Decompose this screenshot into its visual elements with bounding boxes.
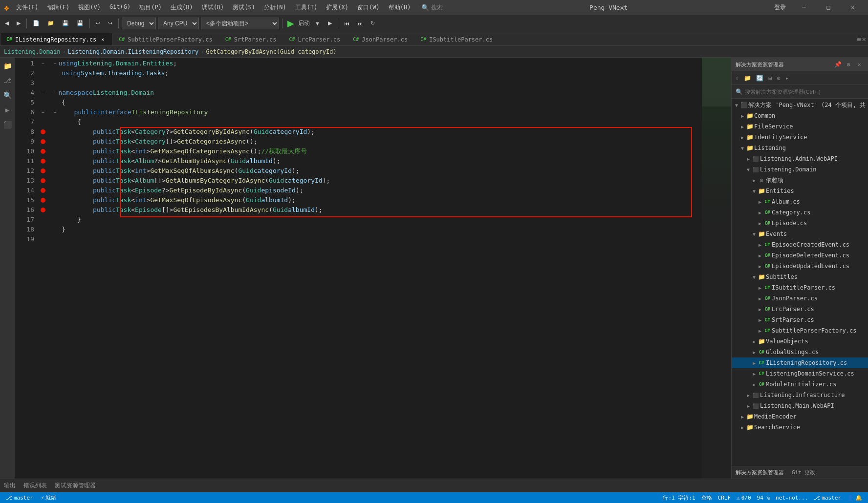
menu-test[interactable]: 测试(S): [229, 2, 259, 13]
menu-debug[interactable]: 调试(D): [198, 2, 228, 13]
activity-solution-explorer[interactable]: 📁: [1, 60, 14, 72]
menu-tools[interactable]: 工具(T): [291, 2, 322, 13]
expand-1[interactable]: −: [54, 59, 56, 68]
status-master[interactable]: ⎇ master: [812, 494, 843, 502]
activity-search[interactable]: 🔍: [1, 89, 14, 102]
solution-toolbar-btn5[interactable]: ⚙: [775, 74, 782, 83]
tree-item-album[interactable]: ▶ C# Album.cs: [732, 196, 868, 207]
start-dropdown[interactable]: ▼: [312, 17, 323, 30]
tree-item-searchservice[interactable]: ▶ 📁 SearchService: [732, 422, 868, 433]
status-icon-area[interactable]: 👤 🔔: [845, 494, 864, 502]
solution-toolbar-btn4[interactable]: ⊞: [766, 74, 774, 83]
restore-btn[interactable]: □: [817, 0, 840, 15]
toolbar-step2[interactable]: ⏭: [354, 17, 366, 30]
tree-item-listening-admin[interactable]: ▶ ⬛ Listening.Admin.WebAPI: [732, 153, 868, 164]
tree-item-srtparser[interactable]: ▶ C# SrtParser.cs: [732, 314, 868, 325]
menu-project[interactable]: 项目(P): [135, 2, 166, 13]
activity-extensions[interactable]: ⬛: [1, 118, 14, 131]
tree-item-globalusings[interactable]: ▶ C# GlobalUsings.cs: [732, 347, 868, 357]
menu-edit[interactable]: 编辑(E): [43, 2, 74, 13]
menu-help[interactable]: 帮助(H): [385, 2, 415, 13]
status-spaces[interactable]: 空格: [699, 494, 714, 502]
solution-toolbar-btn1[interactable]: ⇧: [734, 74, 741, 83]
tree-item-episode-updated[interactable]: ▶ C# EpisodeUpdatedEvent.cs: [732, 261, 868, 272]
toolbar-nav-back[interactable]: ◀: [2, 17, 12, 30]
status-git[interactable]: ⎇ master: [4, 495, 35, 501]
tab-subtitle-parser-factory[interactable]: C# SubtitleParserFactory.cs: [112, 33, 218, 45]
tree-item-events[interactable]: ▼ 📁 Events: [732, 229, 868, 239]
debug-config-select[interactable]: Debug: [122, 18, 156, 29]
tree-item-common[interactable]: ▶ 📁 Common: [732, 110, 868, 121]
tree-item-entities[interactable]: ▼ 📁 Entities: [732, 186, 868, 196]
menu-extensions[interactable]: 扩展(X): [322, 2, 352, 13]
menu-file[interactable]: 文件(F): [12, 2, 43, 13]
menu-analyze[interactable]: 分析(N): [260, 2, 290, 13]
toolbar-step3[interactable]: ↻: [368, 17, 378, 30]
tree-item-listening-main[interactable]: ▶ ⬛ Listening.Main.WebAPI: [732, 400, 868, 411]
status-ready[interactable]: ⚡ 就绪: [39, 494, 59, 502]
toolbar-save-all[interactable]: 💾: [74, 17, 87, 30]
code-content[interactable]: − using Listening.Domain.Entities; using…: [48, 58, 702, 479]
toolbar-open[interactable]: 📁: [44, 17, 57, 30]
menu-window[interactable]: 窗口(W): [353, 2, 384, 13]
solution-explorer-tab[interactable]: 解决方案资源管理器: [736, 469, 784, 476]
expand-4[interactable]: −: [54, 88, 56, 98]
output-tab[interactable]: 输出: [4, 480, 16, 492]
start-btn[interactable]: ▶: [285, 18, 296, 29]
git-changes-tab[interactable]: Git 更改: [792, 469, 816, 476]
login-btn[interactable]: 登录: [774, 3, 786, 12]
solution-root[interactable]: ▼ ⬛ 解决方案 'Peng-VNext' (24 个项目, 共 2: [732, 100, 868, 110]
menu-view[interactable]: 视图(V): [74, 2, 105, 13]
solution-toolbar-btn6[interactable]: ▸: [783, 74, 791, 83]
status-net[interactable]: net-not...: [774, 494, 810, 502]
tab-lrc-parser[interactable]: C# LrcParser.cs: [282, 33, 347, 45]
platform-select[interactable]: Any CPU: [158, 18, 199, 29]
minimize-btn[interactable]: ─: [793, 0, 815, 15]
tree-item-isubtitle[interactable]: ▶ C# ISubtitleParser.cs: [732, 282, 868, 293]
code-editor[interactable]: 1 2 3 4 5 6 7 8 9 10 11 12 13 14 15 16 1…: [15, 58, 731, 479]
status-encoding[interactable]: CRLF: [716, 494, 733, 502]
solution-toolbar-btn3[interactable]: 🔄: [754, 74, 765, 83]
solution-toolbar-btn2[interactable]: 📁: [742, 74, 753, 83]
startup-project-select[interactable]: <多个启动项目>: [201, 18, 279, 29]
tree-item-subtitlefactory[interactable]: ▶ C# SubtitleParserFactory.cs: [732, 325, 868, 336]
tree-item-module-init[interactable]: ▶ C# ModuleInitializer.cs: [732, 379, 868, 390]
panel-close-btn[interactable]: ✕: [854, 60, 864, 69]
solution-search-input[interactable]: [745, 89, 864, 95]
toolbar-attach[interactable]: ▶: [325, 17, 335, 30]
status-errors[interactable]: ⚠ 0/0: [735, 494, 753, 502]
toolbar-undo[interactable]: ↩: [93, 17, 103, 30]
expand-6[interactable]: −: [54, 107, 56, 117]
error-list-tab[interactable]: 错误列表: [23, 480, 47, 492]
tab-json-parser[interactable]: C# JsonParser.cs: [347, 33, 414, 45]
toolbar-nav-forward[interactable]: ▶: [14, 17, 23, 30]
tree-item-episode-created[interactable]: ▶ C# EpisodeCreatedEvent.cs: [732, 239, 868, 250]
tree-item-dependencies[interactable]: ▶ ⚙ 依赖项: [732, 175, 868, 186]
search-placeholder[interactable]: 搜索: [431, 3, 443, 12]
tree-item-valueobjects[interactable]: ▶ 📁 ValueObjects: [732, 336, 868, 347]
toolbar-new[interactable]: 📄: [30, 17, 43, 30]
toolbar-save[interactable]: 💾: [59, 17, 72, 30]
tree-item-mediaencoder[interactable]: ▶ 📁 MediaEncoder: [732, 411, 868, 422]
tree-item-episode[interactable]: ▶ C# Episode.cs: [732, 218, 868, 229]
tree-item-listening[interactable]: ▼ 📁 Listening: [732, 143, 868, 153]
toolbar-step1[interactable]: ⏮: [341, 17, 352, 30]
tab-close-all-btn[interactable]: ✕: [862, 35, 866, 43]
test-explorer-tab[interactable]: 测试资源管理器: [55, 480, 96, 492]
tree-item-identityservice[interactable]: ▶ 📁 IdentityService: [732, 132, 868, 143]
tab-list-btn[interactable]: ≡: [857, 35, 861, 43]
close-btn[interactable]: ✕: [842, 0, 864, 15]
panel-pin-btn[interactable]: 📌: [833, 60, 843, 69]
tree-item-listening-domain-svc[interactable]: ▶ C# ListeningDomainService.cs: [732, 368, 868, 379]
tree-item-lrcparser[interactable]: ▶ C# LrcParser.cs: [732, 304, 868, 314]
tab-close-btn[interactable]: ✕: [99, 36, 106, 43]
tree-item-jsonparser[interactable]: ▶ C# JsonParser.cs: [732, 293, 868, 304]
activity-git[interactable]: ⎇: [1, 74, 14, 87]
tree-item-ilistening-repo[interactable]: ▶ C# IListeningRepository.cs: [732, 357, 868, 368]
tab-srt-parser[interactable]: C# SrtParser.cs: [219, 33, 283, 45]
breadcrumb-namespace[interactable]: Listening.Domain: [4, 48, 61, 55]
tree-item-category[interactable]: ▶ C# Category.cs: [732, 207, 868, 218]
activity-run[interactable]: ▶: [1, 104, 14, 116]
menu-build[interactable]: 生成(B): [167, 2, 197, 13]
tree-item-listening-domain[interactable]: ▼ ⬛ Listening.Domain: [732, 164, 868, 175]
